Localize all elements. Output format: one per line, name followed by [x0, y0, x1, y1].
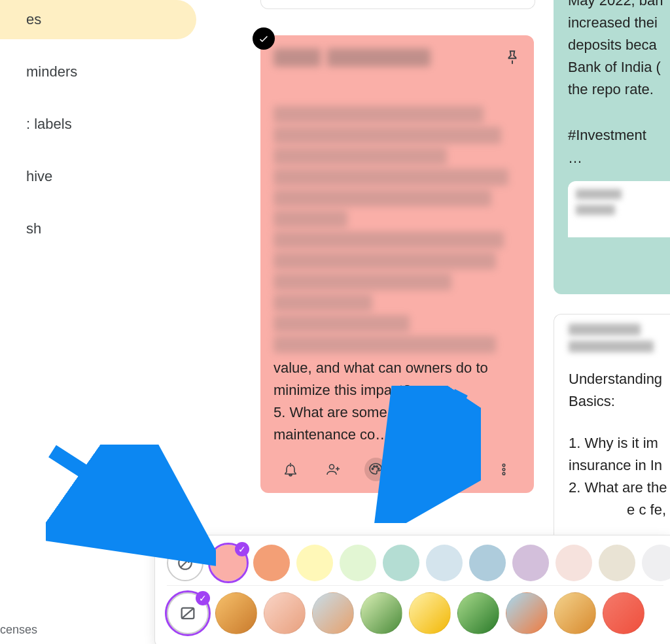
note-body-redacted	[273, 190, 491, 207]
note-body-redacted	[273, 336, 496, 353]
note-body-redacted	[273, 252, 496, 269]
color-swatch-mint[interactable]	[340, 545, 376, 581]
sidebar-item-label: : labels	[26, 116, 72, 133]
background-swatch-recipes[interactable]	[361, 592, 402, 634]
svg-point-3	[376, 466, 378, 467]
background-swatch-row	[167, 585, 663, 634]
remind-me-icon[interactable]	[279, 458, 302, 481]
more-icon[interactable]	[493, 458, 516, 481]
svg-point-7	[502, 464, 505, 467]
note-teal-ellipsis: …	[568, 147, 670, 169]
background-swatch-celebration[interactable]	[603, 592, 644, 634]
color-swatch-default[interactable]	[167, 545, 203, 581]
background-swatch-travel[interactable]	[506, 592, 548, 634]
sidebar-item-trash[interactable]: sh	[0, 209, 196, 248]
color-swatch-clay[interactable]	[599, 545, 635, 581]
note-white-body: 1. Why is it im insurance in In 2. What …	[569, 432, 670, 499]
collaborator-icon[interactable]	[321, 458, 344, 481]
background-swatch-video[interactable]	[554, 592, 596, 634]
svg-point-4	[378, 468, 379, 469]
background-options-icon[interactable]	[364, 458, 387, 481]
sidebar-footer-licenses[interactable]: censes	[0, 623, 37, 637]
note-visible-text: value, and what can owners do to minimiz…	[273, 357, 521, 446]
sidebar-item-reminders[interactable]: minders	[0, 52, 196, 92]
pin-icon[interactable]	[502, 47, 522, 67]
sidebar-item-label: hive	[26, 168, 52, 185]
color-swatch-dusk[interactable]	[512, 545, 549, 581]
sidebar-item-notes[interactable]: es	[0, 0, 196, 39]
color-swatch-fog[interactable]	[426, 545, 463, 581]
svg-rect-5	[413, 465, 424, 475]
color-swatch-storm[interactable]	[469, 545, 506, 581]
background-swatch-food[interactable]	[264, 592, 306, 634]
background-swatch-notes[interactable]	[409, 592, 451, 634]
background-swatch-none[interactable]	[167, 592, 209, 634]
color-swatch-sage[interactable]	[383, 545, 419, 581]
notes-column: value, and what can owners do to minimiz…	[260, 0, 535, 493]
note-white-tail: e c fe,	[569, 499, 670, 521]
color-swatch-coral[interactable]	[210, 545, 247, 581]
note-teal-thumbnail	[568, 181, 670, 237]
svg-point-0	[329, 465, 334, 469]
svg-point-8	[502, 469, 505, 471]
note-body-redacted	[273, 273, 451, 290]
sidebar-item-label: minders	[26, 63, 77, 80]
note-body-redacted	[273, 211, 347, 228]
background-swatch-groceries[interactable]	[215, 592, 257, 634]
sidebar-item-label: sh	[26, 220, 41, 237]
sidebar-item-edit-labels[interactable]: : labels	[0, 105, 196, 144]
note-teal-tag: #Investment	[568, 124, 670, 146]
color-swatch-sand[interactable]	[296, 545, 333, 581]
svg-point-1	[372, 468, 374, 469]
note-card-teal[interactable]: May 2022, ban increased thei deposits be…	[554, 0, 670, 294]
archive-icon[interactable]	[450, 458, 472, 481]
note-body-redacted	[273, 127, 501, 144]
note-body-redacted	[273, 169, 508, 186]
color-swatch-chalk[interactable]	[642, 545, 670, 581]
svg-point-2	[374, 466, 375, 467]
note-body-redacted	[273, 294, 372, 311]
note-body-redacted	[273, 315, 410, 332]
note-white-heading: Understanding Basics:	[569, 368, 670, 413]
sidebar-item-label: es	[26, 11, 41, 28]
color-swatch-row	[167, 545, 663, 581]
note-toolbar	[273, 446, 521, 485]
color-swatch-peach[interactable]	[253, 545, 290, 581]
background-swatch-places[interactable]	[457, 592, 499, 634]
note-card-collapsed[interactable]	[260, 0, 535, 9]
svg-rect-6	[456, 465, 467, 467]
color-swatch-blossom[interactable]	[555, 545, 592, 581]
note-teal-text: May 2022, ban increased thei deposits be…	[568, 0, 670, 101]
svg-point-9	[502, 473, 505, 475]
note-title-redacted	[273, 48, 431, 67]
sidebar: es minders : labels hive sh	[0, 0, 196, 262]
background-options-popover	[154, 535, 670, 644]
background-swatch-music[interactable]	[312, 592, 354, 634]
sidebar-item-archive[interactable]: hive	[0, 157, 196, 196]
select-note-check-icon[interactable]	[253, 27, 275, 50]
note-card[interactable]: value, and what can owners do to minimiz…	[260, 35, 534, 493]
add-image-icon[interactable]	[407, 458, 430, 481]
note-body-redacted	[273, 231, 504, 248]
note-body-redacted	[273, 106, 484, 123]
note-body-redacted	[273, 148, 447, 165]
